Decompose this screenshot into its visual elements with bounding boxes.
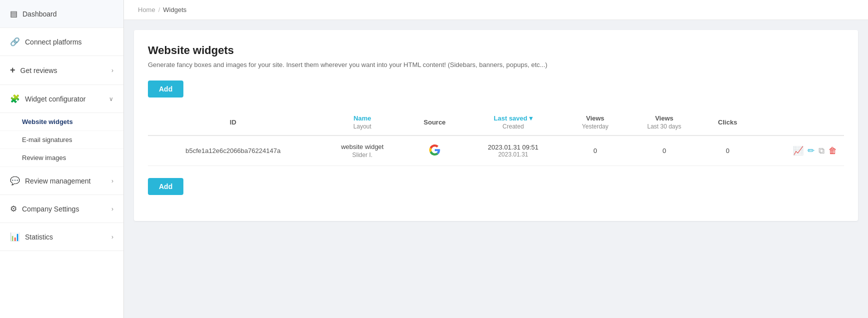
- breadcrumb-home[interactable]: Home: [138, 6, 155, 14]
- breadcrumb-current: Widgets: [163, 6, 186, 14]
- gear-icon: ⚙: [10, 204, 17, 214]
- last-saved-date: 2023.01.31 09:51: [470, 144, 557, 151]
- chevron-right-icon: ›: [111, 234, 113, 240]
- sidebar-item-label: Company Settings: [22, 205, 79, 213]
- breadcrumb: Home / Widgets: [124, 0, 868, 20]
- cell-actions: 📈 ✏ ⧉ 🗑: [754, 136, 844, 166]
- widget-layout: Slider I.: [325, 152, 400, 158]
- dashboard-icon: ▤: [10, 9, 17, 18]
- sidebar-item-dashboard[interactable]: ▤ Dashboard: [0, 0, 123, 28]
- bar-chart-icon: 📊: [10, 232, 20, 242]
- table-row: b5cfe1a12e6c2066ba76224147a website widg…: [148, 136, 844, 166]
- sidebar-item-get-reviews[interactable]: + Get reviews ›: [0, 56, 123, 85]
- chevron-down-icon: ∨: [109, 96, 113, 102]
- cell-id: b5cfe1a12e6c2066ba76224147a: [148, 136, 318, 166]
- cell-views-yesterday: 0: [564, 136, 627, 166]
- sidebar-sub-item-review-images[interactable]: Review images: [0, 149, 123, 167]
- chevron-right-icon: ›: [111, 206, 113, 212]
- connect-icon: 🔗: [10, 37, 20, 46]
- breadcrumb-separator: /: [158, 6, 160, 14]
- col-header-id: ID: [148, 110, 318, 136]
- col-header-views-30days: Views Last 30 days: [627, 110, 702, 136]
- edit-action-icon[interactable]: ✏: [808, 146, 815, 156]
- col-header-name[interactable]: Name Layout: [318, 110, 407, 136]
- widgets-table-wrap: ID Name Layout Source Last saved ▾ Creat…: [148, 110, 844, 166]
- widgets-table: ID Name Layout Source Last saved ▾ Creat…: [148, 110, 844, 166]
- chat-icon: 💬: [10, 176, 20, 186]
- copy-action-icon[interactable]: ⧉: [819, 146, 825, 156]
- cell-source: [407, 136, 463, 166]
- action-buttons: 📈 ✏ ⧉ 🗑: [761, 146, 837, 156]
- add-button-top[interactable]: Add: [148, 80, 183, 98]
- puzzle-icon: 🧩: [10, 94, 20, 104]
- sidebar-sub-item-website-widgets[interactable]: Website widgets: [0, 113, 123, 131]
- widget-name: website widget: [325, 143, 400, 150]
- sidebar-item-review-management[interactable]: 💬 Review management ›: [0, 167, 123, 195]
- sidebar-item-label: Statistics: [25, 233, 53, 241]
- content-panel: Website widgets Generate fancy boxes and…: [134, 30, 858, 221]
- cell-name: website widget Slider I.: [318, 136, 407, 166]
- sidebar-item-widget-configurator[interactable]: 🧩 Widget configurator ∨: [0, 85, 123, 113]
- chart-action-icon[interactable]: 📈: [793, 146, 804, 156]
- sidebar-item-statistics[interactable]: 📊 Statistics ›: [0, 223, 123, 251]
- google-icon: [429, 144, 440, 156]
- col-header-clicks: Clicks: [702, 110, 754, 136]
- chevron-right-icon: ›: [111, 67, 113, 74]
- col-header-actions: [754, 110, 844, 136]
- cell-clicks: 0: [702, 136, 754, 166]
- sidebar-item-label: Dashboard: [22, 10, 57, 18]
- cell-views-30days: 0: [627, 136, 702, 166]
- sidebar-item-label: Get reviews: [20, 66, 57, 74]
- cell-last-saved: 2023.01.31 09:51 2023.01.31: [463, 136, 564, 166]
- chevron-right-icon: ›: [111, 178, 113, 184]
- col-header-views-yesterday: Views Yesterday: [564, 110, 627, 136]
- sidebar-sub-item-email-signatures[interactable]: E-mail signatures: [0, 131, 123, 149]
- sub-item-label: E-mail signatures: [22, 136, 72, 144]
- sidebar-item-connect-platforms[interactable]: 🔗 Connect platforms: [0, 28, 123, 56]
- sidebar-item-label: Review management: [25, 177, 91, 185]
- sub-item-label: Website widgets: [22, 118, 73, 126]
- page-title: Website widgets: [148, 44, 844, 57]
- sidebar: ▤ Dashboard 🔗 Connect platforms + Get re…: [0, 0, 124, 318]
- sub-item-label: Review images: [22, 154, 66, 162]
- add-button-bottom[interactable]: Add: [148, 178, 183, 195]
- sidebar-item-label: Widget configurator: [25, 95, 85, 103]
- col-header-last-saved[interactable]: Last saved ▾ Created: [463, 110, 564, 136]
- main-content: Home / Widgets Website widgets Generate …: [124, 0, 868, 318]
- sidebar-item-company-settings[interactable]: ⚙ Company Settings ›: [0, 195, 123, 223]
- delete-action-icon[interactable]: 🗑: [829, 146, 837, 156]
- sidebar-item-label: Connect platforms: [25, 38, 82, 46]
- page-description: Generate fancy boxes and images for your…: [148, 61, 844, 68]
- plus-icon: +: [10, 65, 15, 76]
- created-date: 2023.01.31: [470, 151, 557, 158]
- col-header-source: Source: [407, 110, 463, 136]
